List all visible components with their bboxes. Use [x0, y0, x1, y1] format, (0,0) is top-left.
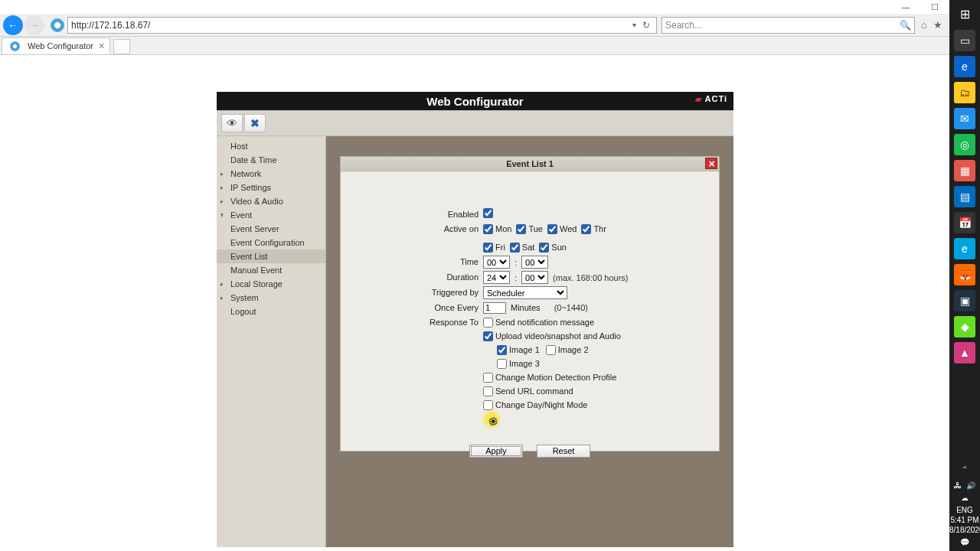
once-every-input[interactable] — [483, 302, 506, 314]
live-view-button[interactable]: 👁 — [221, 114, 243, 132]
day-thr-checkbox[interactable] — [581, 224, 591, 234]
sidebar-item-manual-event[interactable]: Manual Event — [217, 263, 325, 277]
favorites-icon[interactable]: ★ — [933, 19, 942, 31]
resp-upload-checkbox[interactable] — [483, 331, 493, 341]
apply-button[interactable]: Apply — [469, 445, 523, 458]
explorer-icon[interactable]: 🗂 — [954, 82, 975, 103]
app-icon-calendar[interactable]: 📅 — [954, 212, 975, 233]
ie-icon — [51, 18, 64, 32]
tray-time[interactable]: 5:41 PM — [949, 515, 980, 525]
sidebar-item-host[interactable]: Host — [217, 139, 325, 153]
app-icon-pink[interactable]: ▲ — [954, 342, 975, 364]
label-active-on: Active on — [348, 223, 483, 235]
sidebar-item-date-time[interactable]: Date & Time — [217, 153, 325, 167]
time-minute-select[interactable]: 00 — [521, 256, 548, 269]
duration-minute-select[interactable]: 00 — [521, 271, 548, 284]
app-toolbar: 👁 ✖ — [217, 110, 733, 136]
triggered-by-select[interactable]: Scheduler — [483, 286, 567, 299]
app-icon-blue[interactable]: ▤ — [954, 186, 975, 207]
sidebar-item-event-list[interactable]: Event List — [217, 249, 325, 263]
search-placeholder: Search... — [665, 20, 897, 31]
sidebar-item-ip-settings[interactable]: IP Settings — [217, 181, 325, 194]
setup-button[interactable]: ✖ — [244, 114, 266, 132]
day-fri-checkbox[interactable] — [483, 243, 493, 253]
tray-notifications-icon[interactable]: 💬 — [960, 537, 969, 547]
sidebar-item-video-audio[interactable]: Video & Audio — [217, 194, 325, 208]
forward-button[interactable]: → — [24, 15, 44, 35]
app-icon-green[interactable]: ◆ — [954, 316, 975, 337]
sidebar-item-event-configuration[interactable]: Event Configuration — [217, 236, 325, 249]
sidebar-item-local-storage[interactable]: Local Storage — [217, 277, 325, 291]
label-response-to: Response To — [348, 316, 483, 328]
resp-image3-checkbox[interactable] — [497, 359, 507, 369]
taskview-icon[interactable]: ▭ — [954, 30, 975, 51]
tray-date[interactable]: 8/18/2020 — [949, 525, 980, 535]
sidebar-item-event[interactable]: Event — [217, 208, 325, 222]
once-every-range: (0~1440) — [554, 302, 588, 314]
duration-note: (max. 168:00 hours) — [553, 272, 628, 284]
label-once-every: Once Every — [348, 302, 483, 314]
ie-taskbar-icon[interactable]: e — [954, 238, 975, 259]
day-mon-checkbox[interactable] — [483, 224, 493, 234]
app-icon-red[interactable]: ▦ — [954, 160, 975, 181]
reset-button[interactable]: Reset — [537, 445, 590, 458]
firefox-icon[interactable]: 🦊 — [954, 264, 975, 285]
app-header: Web Configurator ▰ ACTi — [217, 92, 733, 110]
window-titlebar: — ☐ ✕ — [0, 0, 980, 14]
day-sat-checkbox[interactable] — [510, 243, 520, 253]
window-minimize-button[interactable]: — — [891, 0, 920, 14]
address-bar[interactable]: http://172.16.18.67/ ▾ ↻ — [67, 17, 657, 34]
day-sun-checkbox[interactable] — [539, 243, 549, 253]
resp-motion-checkbox[interactable] — [483, 373, 493, 383]
app-title: Web Configurator — [426, 95, 523, 108]
ie-toolbar: ← → http://172.16.18.67/ ▾ ↻ Search... 🔍… — [0, 14, 980, 37]
chrome-icon[interactable]: ◎ — [954, 134, 975, 155]
home-icon[interactable]: ⌂ — [921, 19, 927, 31]
once-every-unit: Minutes — [511, 302, 541, 314]
resp-daynight-checkbox[interactable] — [483, 400, 493, 410]
tray-language[interactable]: ENG — [949, 505, 980, 515]
sidebar-item-event-server[interactable]: Event Server — [217, 222, 325, 236]
enabled-checkbox[interactable] — [483, 208, 493, 218]
event-list-dialog: Event List 1 ✕ Enabled Active on Mon — [340, 156, 720, 452]
time-hour-select[interactable]: 00 — [483, 256, 510, 269]
dialog-close-button[interactable]: ✕ — [705, 158, 717, 169]
label-duration: Duration — [348, 271, 483, 283]
resp-image2-checkbox[interactable] — [546, 345, 556, 355]
tray-network-icon[interactable]: 🖧 — [954, 481, 962, 491]
app-icon-dark[interactable]: ▣ — [954, 290, 975, 311]
window-maximize-button[interactable]: ☐ — [920, 0, 949, 14]
sidebar: HostDate & TimeNetworkIP SettingsVideo &… — [217, 136, 326, 547]
main-panel: Event List 1 ✕ Enabled Active on Mon — [326, 136, 733, 547]
sidebar-item-network[interactable]: Network — [217, 167, 325, 181]
resp-image1-checkbox[interactable] — [497, 345, 507, 355]
tab-close-icon[interactable]: ✕ — [98, 41, 105, 51]
resp-notify-checkbox[interactable] — [483, 318, 493, 328]
resp-url-checkbox[interactable] — [483, 386, 493, 396]
tray-overflow-icon[interactable]: ⌃ — [961, 465, 969, 475]
label-time: Time — [348, 256, 483, 268]
day-wed-checkbox[interactable] — [547, 224, 557, 234]
tab-web-configurator[interactable]: Web Configurator ✕ — [2, 37, 110, 54]
tab-title: Web Configurator — [28, 41, 93, 51]
label-enabled: Enabled — [348, 208, 483, 220]
sidebar-item-system[interactable]: System — [217, 291, 325, 305]
duration-hour-select[interactable]: 24 — [483, 271, 510, 284]
address-dropdown-icon[interactable]: ▾ — [629, 21, 639, 29]
windows-taskbar: ⊞ ▭ e 🗂 ✉ ◎ ▦ ▤ 📅 e 🦊 ▣ ◆ ▲ ⌃ 🖧🔊 ☁ ENG 5… — [949, 0, 980, 551]
mail-icon[interactable]: ✉ — [954, 108, 975, 129]
address-text[interactable]: http://172.16.18.67/ — [71, 20, 629, 31]
tray-onedrive-icon[interactable]: ☁ — [961, 493, 969, 503]
back-button[interactable]: ← — [3, 15, 23, 35]
new-tab-button[interactable] — [113, 39, 130, 54]
edge-icon[interactable]: e — [954, 56, 975, 77]
search-box[interactable]: Search... 🔍 — [662, 17, 915, 34]
start-button[interactable]: ⊞ — [949, 0, 980, 28]
search-icon[interactable]: 🔍 — [900, 20, 911, 31]
ie-tabstrip: Web Configurator ✕ — [0, 37, 980, 55]
app-frame: Web Configurator ▰ ACTi 👁 ✖ HostDate & T… — [217, 92, 733, 547]
tray-volume-icon[interactable]: 🔊 — [966, 481, 975, 491]
day-tue-checkbox[interactable] — [516, 224, 526, 234]
refresh-icon[interactable]: ↻ — [639, 20, 653, 31]
sidebar-item-logout[interactable]: Logout — [217, 305, 325, 318]
